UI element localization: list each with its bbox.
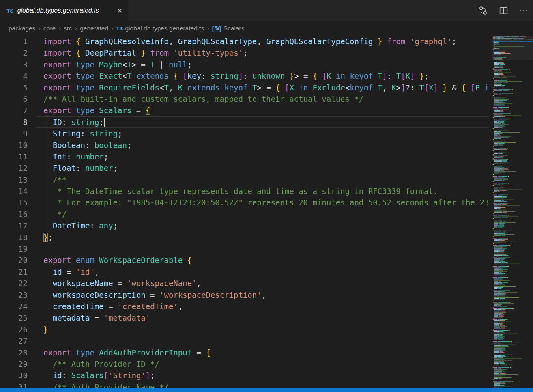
code-line[interactable]: 5export type RequireFields<T, K extends … [0,82,489,93]
line-number[interactable]: 25 [0,312,28,323]
indent-guide [48,358,48,370]
line-number[interactable]: 11 [0,151,28,162]
code-line[interactable]: 8 ID: string; [0,116,489,128]
line-number[interactable]: 9 [0,128,28,139]
code-line[interactable]: 10 Boolean: boolean; [0,140,489,151]
code-line[interactable]: 11 Int: number; [0,151,489,162]
line-number[interactable]: 8 [0,116,28,128]
code-line[interactable]: 20export enum WorkspaceOrderable { [0,254,489,266]
breadcrumb-item-generated[interactable]: generated [80,25,108,32]
line-number[interactable]: 6 [0,93,28,105]
line-number[interactable]: 14 [0,185,28,197]
split-editor-button[interactable] [498,5,509,16]
line-number[interactable]: 12 [0,162,28,174]
line-number[interactable]: 22 [0,278,28,289]
line-number[interactable]: 19 [0,243,28,254]
code-line[interactable]: 29 /** Auth Provider ID */ [0,358,489,370]
code-line-content: workspaceDescription = 'workspaceDescrip… [28,289,489,301]
breadcrumb-label: packages [9,25,35,32]
line-number[interactable]: 17 [0,220,28,231]
code-line[interactable]: 1import { GraphQLResolveInfo, GraphQLSca… [0,36,489,47]
code-line[interactable]: 9 String: string; [0,128,489,139]
close-tab-icon[interactable]: ✕ [116,6,124,15]
code-line-content: export enum WorkspaceOrderable { [28,254,489,266]
line-number[interactable]: 16 [0,209,28,220]
code-line[interactable]: 3export type Maybe<T> = T | null; [0,59,489,70]
code-line[interactable]: 24 createdTime = 'createdTime', [0,301,489,312]
code-line-content: Float: number; [28,162,489,174]
status-bar[interactable] [0,388,533,392]
code-line[interactable]: 22 workspaceName = 'workspaceName', [0,278,489,289]
code-line[interactable]: 14 * The DateTime scalar type represents… [0,185,489,197]
code-line[interactable]: 15 * For example: "1985-04-12T23:20:50.5… [0,197,489,208]
line-number[interactable]: 3 [0,59,28,70]
indent-guide [48,128,48,139]
code-line-content: } [28,324,489,335]
tab-bar: TS global.db.types.generated.ts ✕ [0,0,533,21]
line-number[interactable]: 5 [0,82,28,93]
code-line[interactable]: 27 [0,335,489,347]
breadcrumb-separator-icon: › [38,24,41,32]
indent-guide [48,162,48,174]
line-number[interactable]: 24 [0,301,28,312]
code-line-content [28,243,489,254]
indent-guide [48,185,48,197]
indent-guide [48,209,48,220]
indent-guide [48,140,48,151]
code-line[interactable]: 17 DateTime: any; [0,220,489,231]
line-number[interactable]: 26 [0,324,28,335]
code-line[interactable]: 19 [0,243,489,254]
code-line[interactable]: 26} [0,324,489,335]
open-changes-button[interactable] [478,5,488,16]
code-line-content: ID: string; [28,116,489,128]
code-line[interactable]: 18}; [0,232,489,243]
line-number[interactable]: 10 [0,140,28,151]
code-line[interactable]: 25 metadata = 'metadata' [0,312,489,323]
indent-guide [48,312,48,323]
line-number[interactable]: 13 [0,174,28,185]
code-line[interactable]: 13 /** [0,174,489,185]
line-number[interactable]: 27 [0,335,28,347]
minimap[interactable] [492,36,533,388]
line-number[interactable]: 7 [0,105,28,116]
breadcrumb-item-src[interactable]: src [64,25,72,32]
code-line-content: * The DateTime scalar type represents da… [28,185,489,197]
line-number[interactable]: 21 [0,266,28,278]
code-editor[interactable]: 1import { GraphQLResolveInfo, GraphQLSca… [0,36,489,392]
line-number[interactable]: 15 [0,197,28,208]
code-line-content: /** Auth Provider ID */ [28,358,489,370]
code-line[interactable]: 16 */ [0,209,489,220]
code-line[interactable]: 21 id = 'id', [0,266,489,278]
indent-guide [48,289,48,301]
code-line[interactable]: 2import { DeepPartial } from 'utility-ty… [0,47,489,58]
breadcrumb-item-global-db-types-generated-ts[interactable]: TSglobal.db.types.generated.ts [116,25,204,32]
line-number[interactable]: 4 [0,70,28,82]
code-line[interactable]: 12 Float: number; [0,162,489,174]
code-line[interactable]: 28export type AddAuthProviderInput = { [0,347,489,358]
code-line-content: * For example: "1985-04-12T23:20:50.52Z"… [28,197,489,208]
line-number[interactable]: 2 [0,47,28,58]
code-line[interactable]: 7export type Scalars = { [0,105,489,116]
tab-global-db-types[interactable]: TS global.db.types.generated.ts ✕ [0,0,128,21]
line-number[interactable]: 18 [0,232,28,243]
breadcrumb-item-core[interactable]: core [43,25,56,32]
line-number[interactable]: 23 [0,289,28,301]
breadcrumb-item-packages[interactable]: packages [9,25,35,32]
code-line[interactable]: 6/** All built-in and custom scalars, ma… [0,93,489,105]
indent-guide [48,266,48,278]
line-number[interactable]: 30 [0,370,28,381]
breadcrumb-item-scalars[interactable]: []Scalars [212,25,245,32]
line-number[interactable]: 1 [0,36,28,47]
code-line[interactable]: 4export type Exact<T extends { [key: str… [0,70,489,82]
code-line[interactable]: 30 id: Scalars['String']; [0,370,489,381]
code-line-content [28,335,489,347]
breadcrumb-separator-icon: › [111,24,114,32]
code-line[interactable]: 23 workspaceDescription = 'workspaceDesc… [0,289,489,301]
code-line-content: import { GraphQLResolveInfo, GraphQLScal… [28,36,489,47]
line-number[interactable]: 28 [0,347,28,358]
more-actions-button[interactable]: ⋯ [518,5,529,16]
line-number[interactable]: 29 [0,358,28,370]
code-line-content: Boolean: boolean; [28,140,489,151]
code-line-content: export type AddAuthProviderInput = { [28,347,489,358]
line-number[interactable]: 20 [0,254,28,266]
